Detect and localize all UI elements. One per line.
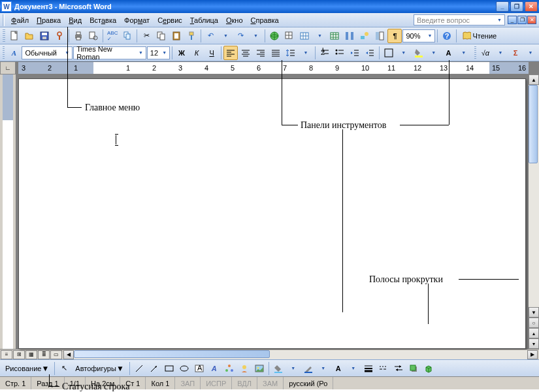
font-color-dropdown[interactable]: ▼ [457, 46, 471, 60]
zoom-combo[interactable]: 90%▼ [402, 29, 435, 42]
increase-indent-button[interactable] [363, 46, 377, 60]
arrow-style-button[interactable] [391, 361, 406, 376]
insert-spreadsheet-button[interactable] [327, 29, 342, 43]
italic-button[interactable]: К [189, 46, 204, 60]
status-ext[interactable]: ВДЛ [232, 377, 257, 389]
menu-file[interactable]: Файл [7, 15, 33, 25]
scroll-thumb[interactable] [529, 85, 538, 163]
print-preview-button[interactable] [86, 29, 101, 43]
oval-tool-button[interactable] [177, 361, 191, 376]
browse-object-button[interactable]: ○ [529, 318, 539, 328]
line-style-button[interactable] [361, 361, 376, 376]
status-rec[interactable]: ЗАП [175, 377, 201, 389]
borders-dropdown[interactable]: ▼ [397, 46, 411, 60]
status-trk[interactable]: ИСПР [201, 377, 232, 389]
horizontal-scrollbar[interactable]: ◀ ▶ [63, 350, 538, 359]
arrow-tool-button[interactable] [147, 361, 161, 376]
hyperlink-button[interactable] [267, 29, 282, 43]
doc-minimize-button[interactable]: _ [508, 16, 517, 24]
textbox-tool-button[interactable]: A [192, 361, 206, 376]
hscroll-thumb[interactable] [74, 350, 270, 358]
open-button[interactable] [22, 29, 37, 43]
menu-view[interactable]: Вид [65, 15, 86, 25]
bold-button[interactable]: Ж [174, 46, 189, 60]
scroll-down-button[interactable]: ▼ [529, 307, 539, 318]
menu-help[interactable]: Справка [247, 15, 283, 25]
format-painter-button[interactable] [184, 29, 199, 43]
borders-button[interactable] [382, 46, 396, 60]
status-lang[interactable]: русский (Ро [284, 377, 333, 389]
paste-button[interactable] [169, 29, 184, 43]
prev-page-button[interactable]: ▴ [529, 328, 539, 338]
tables-borders-button[interactable] [282, 29, 297, 43]
line-spacing-dropdown[interactable]: ▼ [299, 46, 313, 60]
clipart-button[interactable] [237, 361, 252, 376]
superscript-button[interactable]: √α [478, 46, 493, 60]
doc-close-button[interactable]: ✕ [527, 16, 536, 24]
undo-button[interactable]: ↶ [203, 29, 218, 43]
show-formatting-button[interactable]: ¶ [387, 29, 402, 43]
drawing-menu-button[interactable]: Рисование ▼ [2, 361, 52, 376]
spelling-button[interactable]: ABC✓ [105, 29, 120, 43]
cut-button[interactable]: ✂ [139, 29, 154, 43]
menu-table[interactable]: Таблица [186, 15, 222, 25]
print-button[interactable] [71, 29, 86, 43]
3d-button[interactable] [421, 361, 436, 376]
line-tool-button[interactable] [132, 361, 146, 376]
outline-view-button[interactable]: ≣ [38, 350, 50, 359]
highlight-dropdown[interactable]: ▼ [427, 46, 441, 60]
menu-window[interactable]: Окно [222, 15, 247, 25]
line-spacing-button[interactable] [284, 46, 298, 60]
rectangle-tool-button[interactable] [162, 361, 176, 376]
font-color-draw-button[interactable]: A [331, 361, 346, 376]
vertical-scrollbar[interactable]: ▲ ▼ ○ ▴ ▾ [529, 74, 539, 349]
doc-map-button[interactable] [372, 29, 387, 43]
style-combo[interactable]: Обычный▼ [22, 46, 73, 59]
wordart-button[interactable]: A [207, 361, 221, 376]
next-page-button[interactable]: ▾ [529, 338, 539, 349]
table-dropdown[interactable]: ▼ [312, 29, 327, 43]
underline-button[interactable]: Ч [204, 46, 219, 60]
align-justify-button[interactable] [269, 46, 283, 60]
help-button[interactable]: ? [440, 29, 454, 43]
restore-button[interactable]: ❐ [510, 1, 523, 12]
select-objects-button[interactable]: ↖ [57, 361, 71, 376]
reading-layout-button[interactable]: Чтение [459, 29, 500, 43]
diagram-button[interactable] [222, 361, 237, 376]
insert-picture-button[interactable] [252, 361, 267, 376]
columns-button[interactable] [342, 29, 357, 43]
align-left-button[interactable] [223, 46, 238, 60]
menu-tools[interactable]: Сервис [154, 15, 186, 25]
doc-restore-button[interactable]: ❐ [517, 16, 527, 24]
highlight-button[interactable] [412, 46, 426, 60]
autoshapes-button[interactable]: Автофигуры ▼ [72, 361, 127, 376]
redo-button[interactable]: ↷ [233, 29, 248, 43]
scroll-right-button[interactable]: ▶ [527, 350, 538, 359]
font-size-combo[interactable]: 12▼ [147, 46, 170, 59]
vertical-ruler[interactable] [0, 74, 16, 349]
close-button[interactable]: ✕ [525, 1, 538, 12]
scroll-left-button[interactable]: ◀ [63, 350, 74, 359]
research-button[interactable] [120, 29, 135, 43]
new-button[interactable] [7, 29, 22, 43]
menu-insert[interactable]: Вставка [86, 15, 120, 25]
horizontal-ruler[interactable]: ∟ 32112345678910111213141516 [0, 61, 539, 74]
decrease-indent-button[interactable] [348, 46, 362, 60]
normal-view-button[interactable]: ≡ [1, 350, 12, 359]
menu-edit[interactable]: Правка [33, 15, 65, 25]
undo-dropdown[interactable]: ▼ [218, 29, 233, 43]
font-combo[interactable]: Times New Roman▼ [73, 46, 146, 59]
scroll-up-button[interactable]: ▲ [529, 74, 539, 85]
web-view-button[interactable]: ⊞ [13, 350, 25, 359]
insert-table-button[interactable] [297, 29, 312, 43]
page[interactable] [18, 78, 526, 349]
line-color-button[interactable] [301, 361, 316, 376]
align-center-button[interactable] [238, 46, 253, 60]
redo-dropdown[interactable]: ▼ [248, 29, 263, 43]
equation-button[interactable]: Σ [508, 46, 523, 60]
numbering-button[interactable]: 12 [318, 46, 332, 60]
align-right-button[interactable] [253, 46, 268, 60]
dash-style-button[interactable] [376, 361, 391, 376]
shadow-button[interactable] [406, 361, 421, 376]
fill-color-button[interactable] [271, 361, 286, 376]
